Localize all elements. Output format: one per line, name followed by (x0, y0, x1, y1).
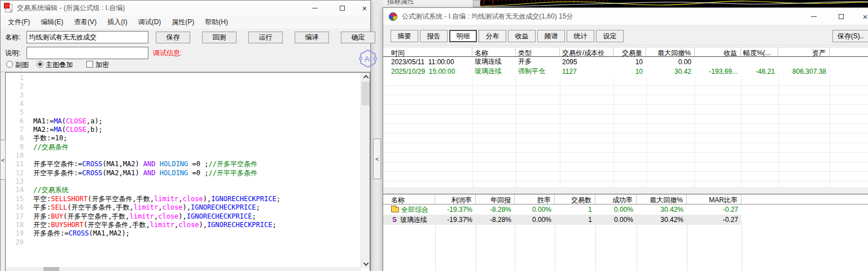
hscrollbar-thumb[interactable] (43, 267, 59, 271)
table-cell: 1127 (560, 68, 613, 75)
description-input[interactable] (27, 47, 148, 59)
table-cell: 0.00 (646, 58, 695, 66)
debug-info-label: 调试信息: (153, 48, 182, 58)
code-line: 15平空:SELLSHORT(开多平空条件,手数,limitr,close),I… (6, 195, 360, 203)
menu-attribute[interactable]: 属性(P) (170, 16, 196, 28)
editor-window: 交易系统编辑 - (所属公式组 : I.自编) × 文件(F)编辑(E)查看(V… (0, 0, 371, 271)
code-line: 1 (6, 74, 360, 82)
line-number: 8 (6, 134, 24, 143)
table-cell: -19.37% (435, 216, 476, 224)
chevron-left-icon (375, 155, 379, 163)
column-header[interactable]: 胜率 (515, 194, 555, 204)
column-header[interactable]: MAR比率 (687, 194, 742, 204)
column-header[interactable]: 时间 (389, 47, 472, 56)
table-cell: 全部综合 (389, 205, 435, 215)
grid-line (687, 225, 687, 271)
menu-file[interactable]: 文件(F) (6, 16, 32, 28)
menu-insert[interactable]: 插入(I) (106, 16, 129, 28)
table-cell: -0.27 (687, 216, 742, 224)
scroll-up-button[interactable] (361, 73, 370, 81)
code-text: //交易系统 (33, 186, 68, 194)
compile-button[interactable]: 编译 (295, 32, 329, 43)
grid-line (476, 225, 476, 271)
tab-statistics[interactable]: 统计 (567, 30, 594, 42)
ok-button[interactable]: 确定 (341, 32, 375, 43)
subchart-radio[interactable] (6, 61, 13, 68)
column-header[interactable]: 资产 (778, 47, 830, 56)
backtest-button[interactable]: 回测 (202, 32, 236, 43)
symbol-icon: S (391, 216, 398, 224)
save-button[interactable]: 保存 (156, 32, 190, 43)
column-header[interactable]: 幅度%(... (741, 47, 778, 56)
tab-summary[interactable]: 摘要 (391, 30, 418, 42)
minimize-button[interactable] (808, 11, 820, 22)
detail-table-row[interactable]: 2023/05/11 11:00:00玻璃连续开多2095100.00 (383, 57, 868, 66)
run-button[interactable]: 运行 (248, 32, 283, 43)
column-header[interactable]: 成功率 (595, 194, 637, 204)
collapse-handle-middle[interactable] (373, 139, 381, 179)
horizontal-scrollbar[interactable] (6, 267, 361, 271)
tab-distribution[interactable]: 分布 (479, 30, 506, 42)
encrypt-checkbox[interactable] (86, 61, 93, 68)
menu-view[interactable]: 查看(V) (72, 16, 98, 28)
tab-profit[interactable]: 收益 (508, 30, 536, 42)
table-cell: 开多 (516, 57, 560, 66)
chevron-left-icon (1, 156, 5, 164)
scrollbar-thumb[interactable] (362, 82, 370, 105)
close-button[interactable]: × (358, 2, 371, 14)
column-header[interactable]: 年回报 (476, 194, 515, 204)
scroll-down-button[interactable] (361, 260, 370, 268)
table-cell: 30.42% (637, 216, 687, 224)
tab-report[interactable]: 报告 (420, 30, 448, 42)
tab-settings[interactable]: 设定 (596, 30, 624, 42)
detail-table-row[interactable]: 2025/10/29 15:00:00玻璃连续强制平仓11271030.42-1… (383, 66, 868, 76)
code-lines: 123456MA1:=MA(CLOSE,a);7MA2:=MA(CLOSE,b)… (6, 74, 360, 247)
test-titlebar: 公式测试系统 - I.自编 : 均线测试有无无效成交(1,60) 15分 × (383, 8, 868, 25)
summary-table-header: 名称利润率年回报胜率交易数成功率最大回撤%MAR比率 (383, 194, 868, 205)
grid-line (778, 76, 779, 187)
column-header[interactable]: 交易量 (613, 47, 646, 56)
code-editor[interactable]: 123456MA1:=MA(CLOSE,a);7MA2:=MA(CLOSE,b)… (5, 72, 370, 271)
close-button[interactable]: × (859, 11, 868, 22)
tab-spectrum[interactable]: 频谱 (537, 30, 565, 42)
summary-table-row[interactable]: 全部综合-19.37%-8.28%0.00%10.00%30.42%-0.27 (383, 205, 868, 215)
column-header[interactable]: 收益 (695, 47, 741, 56)
editor-window-title: 交易系统编辑 - (所属公式组 : I.自编) (17, 3, 125, 13)
maximize-button[interactable] (835, 11, 847, 22)
vertical-scrollbar[interactable] (361, 73, 370, 268)
menu-debug[interactable]: 调试(D) (137, 16, 163, 28)
code-line: 13 (6, 177, 360, 186)
menu-help[interactable]: 帮助(H) (203, 16, 230, 28)
line-number: 1 (6, 74, 24, 82)
maximize-button[interactable] (336, 2, 348, 14)
column-header[interactable]: 名称 (389, 194, 435, 204)
column-header[interactable]: 最大回撤% (646, 47, 695, 56)
line-number: 5 (6, 108, 24, 117)
name-input[interactable] (27, 31, 148, 43)
table-cell: 10 (613, 68, 646, 75)
collapse-handle-left[interactable] (0, 140, 6, 180)
tab-detail[interactable]: 明细 (449, 30, 477, 42)
table-cell: 0.00% (595, 216, 637, 224)
minimize-button[interactable] (309, 2, 321, 14)
ai-assistant-icon[interactable]: AI (355, 48, 381, 70)
chevron-up-icon (363, 75, 369, 81)
grid-line (560, 76, 560, 187)
column-header[interactable]: 交易价/成本价 (560, 47, 613, 56)
code-text: MA2:=MA(CLOSE,b); (33, 126, 103, 134)
overlay-radio[interactable] (37, 61, 43, 68)
summary-table-row[interactable]: S玻璃连续-19.37%-8.28%0.00%10.00%30.42%-0.27 (383, 215, 868, 225)
code-line: 5 (6, 108, 360, 117)
name-label: 名称: (5, 33, 20, 42)
overlay-radio-label[interactable]: 主图叠加 (46, 60, 73, 70)
column-header[interactable]: 类型 (516, 47, 560, 56)
menu-edit[interactable]: 编辑(E) (39, 16, 65, 28)
column-header[interactable]: 交易数 (555, 194, 595, 204)
column-header[interactable]: 利润率 (435, 194, 476, 204)
grid-line (741, 76, 742, 187)
column-header[interactable]: 最大回撤% (637, 194, 687, 204)
save-button[interactable]: 保存(S).. (832, 30, 868, 42)
column-header[interactable]: 名称 (472, 47, 516, 56)
subchart-radio-label[interactable]: 副图 (15, 60, 29, 70)
encrypt-checkbox-label[interactable]: 加密 (95, 60, 109, 70)
